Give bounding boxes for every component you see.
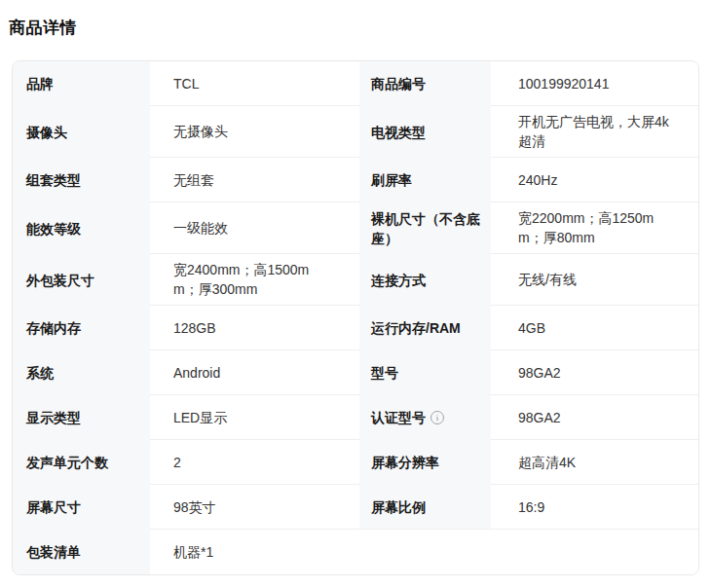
spec-label-package-size: 外包装尺寸 bbox=[13, 254, 150, 306]
spec-value-bundle-type: 无组套 bbox=[150, 158, 359, 202]
info-circle-icon[interactable]: i bbox=[430, 411, 444, 424]
spec-label-refresh-rate: 刷屏率 bbox=[359, 158, 491, 202]
spec-value-ram: 4GB bbox=[491, 306, 698, 350]
spec-label-brand: 品牌 bbox=[13, 61, 150, 106]
spec-value-connection: 无线/有线 bbox=[491, 254, 698, 306]
spec-label-display-type: 显示类型 bbox=[13, 395, 150, 440]
spec-value-package-contents: 机器*1 bbox=[150, 530, 698, 574]
spec-label-energy-rating: 能效等级 bbox=[13, 202, 150, 254]
spec-value-bare-size: 宽2200mm；高1250mm；厚80mm bbox=[491, 202, 698, 254]
spec-value-energy-rating: 一级能效 bbox=[150, 202, 359, 254]
spec-value-refresh-rate: 240Hz bbox=[491, 158, 698, 202]
spec-label-ram: 运行内存/RAM bbox=[359, 306, 491, 350]
spec-label-tv-type: 电视类型 bbox=[359, 106, 491, 158]
spec-label-package-contents: 包装清单 bbox=[13, 530, 150, 574]
spec-label-bare-size: 裸机尺寸（不含底座） bbox=[359, 202, 491, 254]
spec-value-storage: 128GB bbox=[150, 306, 359, 350]
spec-label-aspect-ratio: 屏幕比例 bbox=[359, 485, 491, 530]
spec-value-display-type: LED显示 bbox=[150, 395, 359, 440]
spec-value-speaker-units: 2 bbox=[150, 440, 359, 485]
spec-value-tv-type: 开机无广告电视，大屏4k超清 bbox=[491, 106, 698, 158]
spec-value-certified-model: 98GA2 bbox=[491, 395, 698, 440]
spec-value-package-size: 宽2400mm；高1500mm；厚300mm bbox=[150, 254, 359, 306]
spec-label-model: 型号 bbox=[359, 350, 491, 395]
spec-label-camera: 摄像头 bbox=[13, 106, 150, 158]
spec-label-connection: 连接方式 bbox=[359, 254, 491, 306]
spec-label-storage: 存储内存 bbox=[13, 306, 150, 350]
spec-label-certified-model: 认证型号 i bbox=[359, 395, 491, 440]
spec-value-screen-size: 98英寸 bbox=[150, 485, 359, 530]
spec-value-resolution: 超高清4K bbox=[491, 440, 698, 485]
page-title: 商品详情 bbox=[9, 17, 77, 39]
product-detail-page: 商品详情 品牌 TCL 商品编号 100199920141 摄像头 无摄像头 电… bbox=[0, 0, 711, 588]
spec-label-bundle-type: 组套类型 bbox=[13, 158, 150, 202]
spec-value-os: Android bbox=[150, 350, 359, 395]
spec-value-product-id: 100199920141 bbox=[491, 61, 698, 106]
spec-value-camera: 无摄像头 bbox=[150, 106, 359, 158]
spec-label-speaker-units: 发声单元个数 bbox=[13, 440, 150, 485]
spec-value-model: 98GA2 bbox=[491, 350, 698, 395]
spec-label-os: 系统 bbox=[13, 350, 150, 395]
spec-table: 品牌 TCL 商品编号 100199920141 摄像头 无摄像头 电视类型 开… bbox=[12, 60, 699, 575]
spec-label-resolution: 屏幕分辨率 bbox=[359, 440, 491, 485]
spec-value-brand: TCL bbox=[150, 61, 359, 106]
spec-label-product-id: 商品编号 bbox=[359, 61, 491, 106]
spec-value-aspect-ratio: 16:9 bbox=[491, 485, 698, 530]
spec-label-screen-size: 屏幕尺寸 bbox=[13, 485, 150, 530]
